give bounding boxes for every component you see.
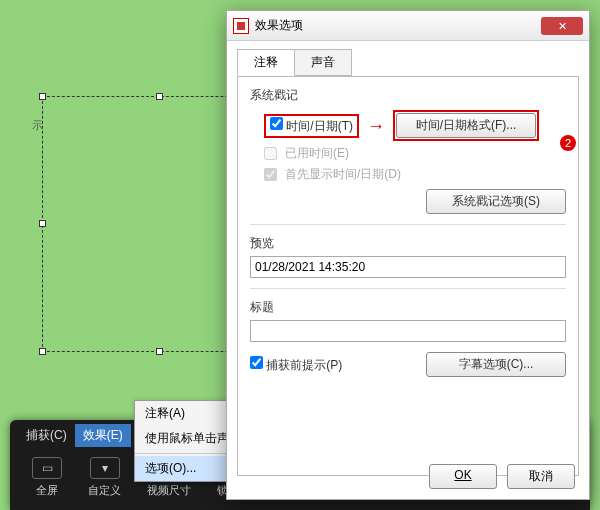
custom-icon: ▾	[90, 457, 120, 479]
tool-label: 全屏	[36, 483, 58, 498]
tool-fullscreen[interactable]: ▭ 全屏	[32, 457, 62, 498]
cb-show-first-label: 首先显示时间/日期(D)	[285, 166, 401, 183]
tab-annotation[interactable]: 注释	[237, 49, 295, 76]
caption-input[interactable]	[250, 320, 566, 342]
arrow-icon: →	[367, 117, 385, 135]
fullscreen-icon: ▭	[32, 457, 62, 479]
tab-row: 注释 声音	[227, 41, 589, 76]
dialog-titlebar[interactable]: 效果选项	[227, 11, 589, 41]
resize-handle[interactable]	[39, 220, 46, 227]
cancel-button[interactable]: 取消	[507, 464, 575, 489]
cb-prompt-label: 捕获前提示(P)	[266, 358, 342, 372]
cb-elapsed	[264, 147, 277, 160]
group-system-stamp: 系统戳记	[250, 87, 566, 104]
btn-time-date-format[interactable]: 时间/日期格式(F)...	[396, 113, 536, 138]
resize-handle[interactable]	[39, 93, 46, 100]
tab-sound[interactable]: 声音	[294, 49, 352, 76]
menu-effects[interactable]: 效果(E)	[75, 424, 131, 447]
app-icon	[233, 18, 249, 34]
highlight-format-btn: 时间/日期格式(F)...	[393, 110, 539, 141]
highlight-time-date: 时间/日期(T)	[264, 114, 359, 138]
btn-caption-options[interactable]: 字幕选项(C)...	[426, 352, 566, 377]
annotation-num-2: 2	[560, 135, 576, 151]
cb-show-first	[264, 168, 277, 181]
cb-time-date[interactable]	[270, 117, 283, 130]
dialog-buttons: OK 取消	[429, 464, 575, 489]
btn-sysstamp-options[interactable]: 系统戳记选项(S)	[426, 189, 566, 214]
tab-content-annotation: 系统戳记 时间/日期(T) → 时间/日期格式(F)... 2 已用时间(E) …	[237, 76, 579, 476]
preview-field	[250, 256, 566, 278]
dialog-title: 效果选项	[255, 17, 303, 34]
cb-time-date-label: 时间/日期(T)	[286, 119, 353, 133]
menu-capture[interactable]: 捕获(C)	[18, 424, 75, 447]
cb-prompt-before[interactable]	[250, 356, 263, 369]
resize-handle[interactable]	[156, 93, 163, 100]
ok-button[interactable]: OK	[429, 464, 497, 489]
cb-elapsed-label: 已用时间(E)	[285, 145, 349, 162]
label-preview: 预览	[250, 235, 566, 252]
resize-handle[interactable]	[156, 348, 163, 355]
canvas-label: 示	[32, 118, 43, 133]
effects-options-dialog: 效果选项 注释 声音 系统戳记 时间/日期(T) → 时间/日期格式(F)...…	[226, 10, 590, 500]
tool-label: 自定义	[88, 483, 121, 498]
tool-custom[interactable]: ▾ 自定义	[88, 457, 121, 498]
label-caption: 标题	[250, 299, 566, 316]
tool-label: 视频尺寸	[147, 483, 191, 498]
close-button[interactable]	[541, 17, 583, 35]
resize-handle[interactable]	[39, 348, 46, 355]
